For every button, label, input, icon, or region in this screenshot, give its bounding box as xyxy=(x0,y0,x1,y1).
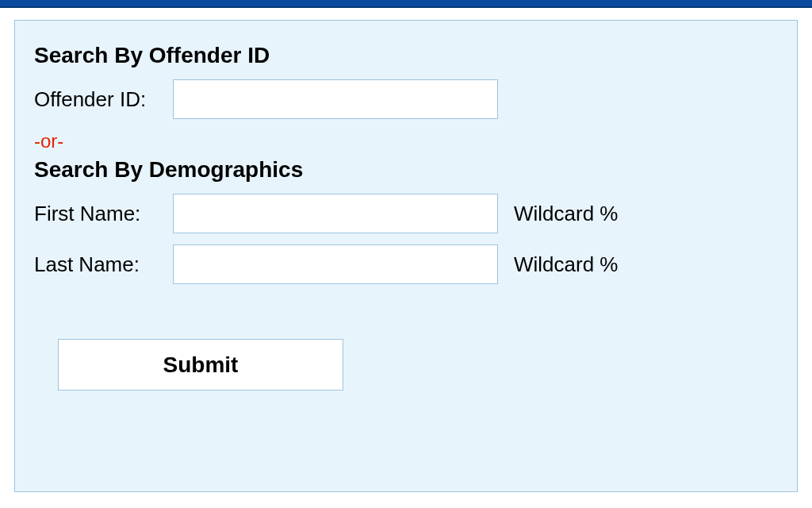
offender-id-label: Offender ID: xyxy=(34,87,173,112)
first-name-wildcard-hint: Wildcard % xyxy=(514,202,618,226)
first-name-input[interactable] xyxy=(173,194,498,233)
first-name-label: First Name: xyxy=(34,202,173,226)
or-separator: -or- xyxy=(34,130,778,152)
last-name-wildcard-hint: Wildcard % xyxy=(514,252,618,277)
top-bar xyxy=(0,0,812,8)
search-by-offender-id-heading: Search By Offender ID xyxy=(34,43,778,68)
first-name-row: First Name: Wildcard % xyxy=(34,194,778,233)
last-name-row: Last Name: Wildcard % xyxy=(34,244,778,284)
search-by-demographics-heading: Search By Demographics xyxy=(34,157,778,183)
submit-button[interactable]: Submit xyxy=(58,339,343,391)
offender-id-row: Offender ID: xyxy=(34,79,778,119)
last-name-input[interactable] xyxy=(173,244,498,284)
search-form-panel: Search By Offender ID Offender ID: -or- … xyxy=(14,20,798,492)
last-name-label: Last Name: xyxy=(34,252,173,277)
offender-id-input[interactable] xyxy=(173,79,498,119)
